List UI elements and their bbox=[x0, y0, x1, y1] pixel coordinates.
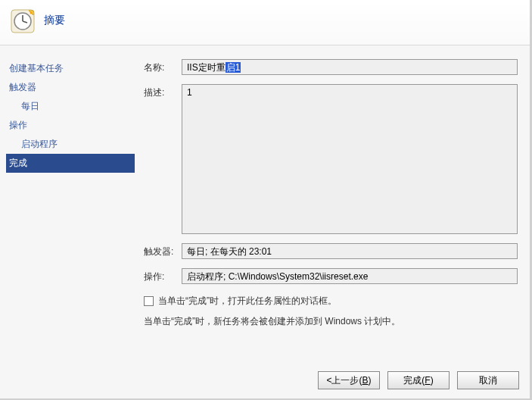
finish-button[interactable]: 完成(F) bbox=[387, 371, 450, 389]
desc-label: 描述: bbox=[144, 84, 182, 99]
name-value-prefix: IIS定时重 bbox=[187, 62, 226, 73]
action-field[interactable]: 启动程序; C:\Windows\System32\iisreset.exe bbox=[182, 268, 518, 284]
sidebar-item-trigger[interactable]: 触发器 bbox=[6, 78, 135, 97]
desc-field[interactable]: 1 bbox=[182, 84, 518, 234]
summary-form: 名称: IIS定时重启1 描述: 1 触发器: 每日; 在每天的 23:01 操… bbox=[144, 59, 518, 336]
step-sidebar: 创建基本任务 触发器 每日 操作 启动程序 完成 bbox=[6, 59, 135, 173]
name-label: 名称: bbox=[144, 59, 182, 74]
svg-point-5 bbox=[30, 12, 33, 14]
hint-block: 当单击“完成”时，打开此任务属性的对话框。 当单击“完成”时，新任务将会被创建并… bbox=[144, 295, 518, 328]
sidebar-item-finish[interactable]: 完成 bbox=[6, 154, 135, 173]
trigger-field[interactable]: 每日; 在每天的 23:01 bbox=[182, 243, 518, 259]
action-label: 操作: bbox=[144, 268, 182, 283]
cancel-button[interactable]: 取消 bbox=[457, 371, 519, 389]
wizard-body: 创建基本任务 触发器 每日 操作 启动程序 完成 名称: IIS定时重启1 描述… bbox=[0, 45, 530, 359]
sidebar-item-action[interactable]: 操作 bbox=[6, 116, 135, 135]
wizard-title: 摘要 bbox=[44, 14, 65, 27]
sidebar-item-create-basic-task[interactable]: 创建基本任务 bbox=[6, 59, 135, 78]
wizard-window: 摘要 创建基本任务 触发器 每日 操作 启动程序 完成 名称: IIS定时重启1… bbox=[0, 0, 532, 400]
back-button[interactable]: <上一步(B) bbox=[318, 371, 380, 389]
finish-note: 当单击“完成”时，新任务将会被创建并添加到 Windows 计划中。 bbox=[144, 315, 400, 328]
sidebar-item-daily[interactable]: 每日 bbox=[6, 97, 135, 116]
name-value-selection: 启1 bbox=[226, 62, 241, 73]
clock-icon bbox=[11, 9, 35, 33]
open-properties-label: 当单击“完成”时，打开此任务属性的对话框。 bbox=[158, 295, 337, 308]
open-properties-checkbox[interactable] bbox=[144, 296, 154, 306]
sidebar-item-start-program[interactable]: 启动程序 bbox=[6, 135, 135, 154]
wizard-buttons: <上一步(B) 完成(F) 取消 bbox=[318, 371, 519, 389]
name-field[interactable]: IIS定时重启1 bbox=[182, 59, 518, 75]
wizard-header: 摘要 bbox=[0, 0, 530, 45]
trigger-label: 触发器: bbox=[144, 243, 182, 258]
